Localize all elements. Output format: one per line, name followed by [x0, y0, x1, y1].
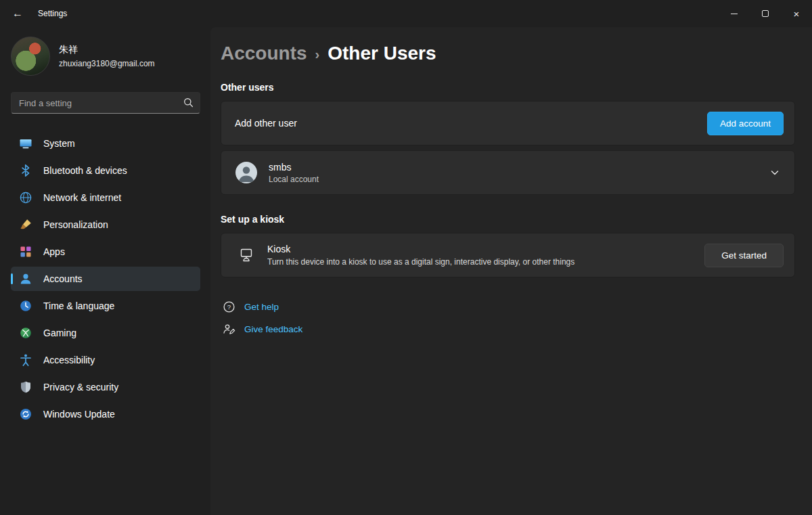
- sidebar-item-label: Privacy & security: [43, 382, 118, 393]
- get-help-row: ? Get help: [221, 300, 795, 313]
- breadcrumb: Accounts › Other Users: [221, 41, 795, 66]
- accessibility-icon: [19, 353, 32, 367]
- accounts-icon: [19, 272, 32, 286]
- kiosk-description: Turn this device into a kiosk to use as …: [267, 257, 574, 267]
- window-title: Settings: [38, 9, 67, 18]
- sidebar-item-label: Time & language: [43, 300, 114, 311]
- back-button[interactable]: ←: [4, 2, 31, 25]
- sidebar-item-label: Accounts: [43, 273, 83, 284]
- user-avatar: [11, 37, 50, 76]
- personalization-icon: [19, 218, 32, 231]
- system-icon: [19, 137, 32, 150]
- minimize-icon: [731, 14, 738, 14]
- minimize-button[interactable]: [719, 0, 750, 27]
- kiosk-heading: Set up a kiosk: [221, 214, 795, 225]
- help-links: ? Get help Give feedback: [221, 300, 795, 336]
- other-user-name: smbs: [269, 162, 319, 173]
- main-content: Accounts › Other Users Other users Add o…: [210, 27, 812, 515]
- network-icon: [19, 191, 32, 204]
- sidebar-item-gaming[interactable]: Gaming: [11, 321, 200, 345]
- sidebar-item-label: Apps: [43, 246, 65, 257]
- user-email: zhuxiang3180@gmail.com: [59, 59, 155, 68]
- svg-text:?: ?: [227, 303, 230, 311]
- sidebar-item-accounts[interactable]: Accounts: [11, 267, 200, 291]
- windows-update-icon: [19, 407, 32, 421]
- sidebar-item-label: Accessibility: [43, 355, 95, 365]
- other-user-row[interactable]: smbs Local account: [221, 150, 795, 195]
- sidebar-item-label: Network & internet: [43, 192, 121, 203]
- get-help-link[interactable]: Get help: [244, 302, 279, 312]
- sidebar-item-accessibility[interactable]: Accessibility: [11, 348, 200, 372]
- time-language-icon: [19, 299, 32, 313]
- kiosk-icon: [235, 248, 258, 263]
- sidebar-item-label: System: [43, 138, 75, 149]
- maximize-icon: [762, 10, 769, 17]
- add-other-user-card: Add other user Add account: [221, 101, 795, 145]
- feedback-icon: [222, 323, 235, 336]
- window-controls: ×: [719, 0, 812, 27]
- help-icon: ?: [222, 300, 235, 313]
- other-user-type: Local account: [269, 175, 319, 184]
- search-input[interactable]: [11, 92, 200, 114]
- sidebar: 朱祥 zhuxiang3180@gmail.com System: [0, 27, 210, 515]
- search-box: [11, 92, 200, 114]
- give-feedback-link[interactable]: Give feedback: [244, 324, 302, 334]
- bluetooth-icon: [19, 164, 32, 177]
- sidebar-item-windows-update[interactable]: Windows Update: [11, 402, 200, 426]
- sidebar-item-label: Personalization: [43, 219, 108, 230]
- kiosk-title: Kiosk: [267, 244, 574, 254]
- apps-icon: [19, 245, 32, 259]
- give-feedback-row: Give feedback: [221, 323, 795, 336]
- page-title: Other Users: [328, 42, 436, 65]
- account-avatar-icon: [235, 162, 258, 183]
- add-account-button[interactable]: Add account: [707, 112, 784, 135]
- sidebar-item-personalization[interactable]: Personalization: [11, 212, 200, 237]
- sidebar-item-label: Gaming: [43, 328, 76, 338]
- titlebar: ← Settings ×: [0, 0, 812, 27]
- sidebar-item-system[interactable]: System: [11, 131, 200, 156]
- close-button[interactable]: ×: [781, 0, 812, 27]
- sidebar-item-label: Bluetooth & devices: [43, 165, 127, 176]
- add-other-user-label: Add other user: [235, 118, 297, 129]
- sidebar-item-network-internet[interactable]: Network & internet: [11, 185, 200, 210]
- breadcrumb-accounts[interactable]: Accounts: [221, 42, 307, 65]
- selected-accent-bar: [11, 273, 13, 284]
- user-name: 朱祥: [59, 44, 155, 56]
- other-users-heading: Other users: [221, 82, 795, 93]
- back-arrow-icon: ←: [12, 7, 23, 20]
- kiosk-card: Kiosk Turn this device into a kiosk to u…: [221, 233, 795, 277]
- maximize-button[interactable]: [750, 0, 781, 27]
- sidebar-item-bluetooth-devices[interactable]: Bluetooth & devices: [11, 158, 200, 183]
- search-icon[interactable]: [183, 97, 194, 108]
- sidebar-item-label: Windows Update: [43, 409, 115, 420]
- sidebar-nav: System Bluetooth & devices Network & int…: [11, 131, 200, 429]
- close-icon: ×: [794, 9, 800, 19]
- breadcrumb-separator-icon: ›: [315, 41, 320, 66]
- gaming-icon: [19, 326, 32, 340]
- sidebar-item-time-language[interactable]: Time & language: [11, 294, 200, 318]
- sidebar-item-privacy-security[interactable]: Privacy & security: [11, 375, 200, 399]
- settings-window: ← Settings × 朱祥 zhuxiang3180@gmail.com: [0, 0, 812, 515]
- sidebar-item-apps[interactable]: Apps: [11, 240, 200, 264]
- privacy-security-icon: [19, 380, 32, 394]
- get-started-button[interactable]: Get started: [704, 244, 784, 267]
- user-account-card[interactable]: 朱祥 zhuxiang3180@gmail.com: [11, 37, 200, 76]
- chevron-down-icon[interactable]: [766, 168, 784, 177]
